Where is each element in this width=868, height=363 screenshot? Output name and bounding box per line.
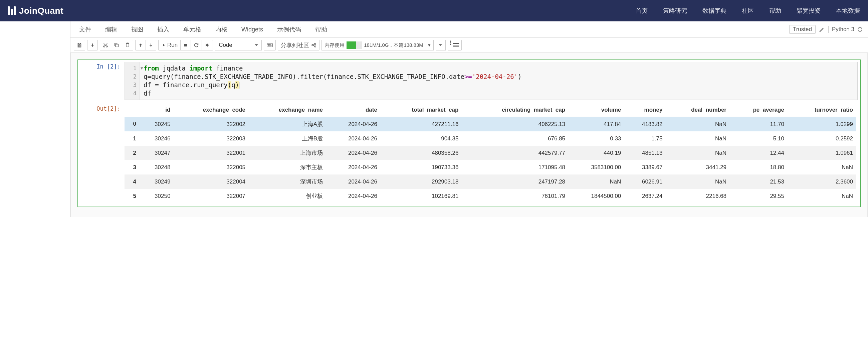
run-button[interactable]: Run: [158, 40, 181, 51]
col-pe_average: pe_average: [730, 103, 787, 117]
col-exchange_name: exchange_name: [249, 103, 326, 117]
row-index: 4: [125, 174, 140, 189]
cell: 427211.16: [380, 117, 462, 132]
menu-edit[interactable]: 编辑: [102, 23, 121, 35]
table-row: 130246322003上海B股2024-04-26904.35676.850.…: [125, 131, 856, 146]
col-exchange_code: exchange_code: [174, 103, 249, 117]
cell: 3583100.00: [568, 160, 624, 174]
cell: 322001: [174, 146, 249, 160]
output-area: idexchange_codeexchange_namedatetotal_ma…: [125, 102, 860, 206]
nav-data-dict[interactable]: 数据字典: [703, 7, 726, 15]
move-down-button[interactable]: [146, 40, 156, 51]
cell: 440.19: [568, 146, 624, 160]
code-text[interactable]: from jqdata import finance q=query(finan…: [140, 62, 857, 100]
paste-button[interactable]: [122, 40, 133, 51]
share-label: 分享到社区: [281, 41, 309, 49]
code-cell[interactable]: In [2]: 1 2 3 4 ▼ from jqdata import fin…: [78, 59, 861, 207]
cell: 247197.28: [462, 174, 568, 189]
toc-button[interactable]: [448, 40, 462, 51]
memory-usage[interactable]: 内存使用 181M/1.0G，本篇138.83M ▾: [321, 40, 434, 51]
cell: 3441.29: [666, 160, 730, 174]
nav-invest[interactable]: 聚宽投资: [797, 7, 820, 15]
edit-icon[interactable]: [819, 26, 825, 32]
svg-rect-3: [116, 44, 118, 47]
cell: 322004: [174, 174, 249, 189]
copy-button[interactable]: [111, 40, 122, 51]
cell: 2024-04-26: [326, 189, 380, 203]
menu-examples[interactable]: 示例代码: [274, 23, 305, 35]
nav-home[interactable]: 首页: [636, 7, 648, 15]
fold-icon[interactable]: ▼: [141, 64, 143, 73]
menu-kernel[interactable]: 内核: [212, 23, 231, 35]
cell: 406225.13: [462, 117, 568, 132]
col-circulating_market_cap: circulating_market_cap: [462, 103, 568, 117]
cell: 76101.79: [462, 189, 568, 203]
cell: 深市主板: [249, 160, 326, 174]
cell: 1844500.00: [568, 189, 624, 203]
cell-type-value: Code: [219, 42, 232, 49]
cell: NaN: [666, 117, 730, 132]
menu-cell[interactable]: 单元格: [180, 23, 205, 35]
command-palette-button[interactable]: [264, 40, 276, 51]
memory-text: 181M/1.0G，本篇138.83M: [364, 42, 423, 49]
brand[interactable]: JoinQuant: [8, 6, 63, 16]
nav-strategy[interactable]: 策略研究: [663, 7, 687, 15]
menu-widgets[interactable]: Widgets: [238, 24, 267, 35]
cell: 29.55: [730, 189, 787, 203]
svg-rect-0: [79, 46, 80, 47]
svg-point-12: [312, 45, 313, 46]
nav-local-data[interactable]: 本地数据: [836, 7, 860, 15]
code-editor[interactable]: 1 2 3 4 ▼ from jqdata import finance q=q…: [125, 62, 858, 100]
nav-help[interactable]: 帮助: [769, 7, 781, 15]
cell: 2.3600: [787, 174, 856, 189]
menubar: 文件 编辑 视图 插入 单元格 内核 Widgets 示例代码 帮助 Trust…: [70, 21, 868, 38]
cell: 30250: [140, 189, 174, 203]
cut-button[interactable]: [100, 40, 111, 51]
save-button[interactable]: [74, 40, 85, 51]
move-up-button[interactable]: [135, 40, 146, 51]
divider: [828, 26, 829, 33]
kernel-name[interactable]: Python 3: [832, 26, 854, 33]
cell-type-select[interactable]: Code: [215, 40, 262, 51]
cell: NaN: [787, 189, 856, 203]
cell: 0.33: [568, 131, 624, 146]
line-gutter: 1 2 3 4 ▼: [125, 62, 140, 100]
cell: 1.0961: [787, 146, 856, 160]
run-all-button[interactable]: [202, 40, 213, 51]
cell: 3389.67: [624, 160, 666, 174]
menu-file[interactable]: 文件: [76, 23, 94, 35]
menu-view[interactable]: 视图: [128, 23, 147, 35]
cell: NaN: [666, 146, 730, 160]
menu-help[interactable]: 帮助: [312, 23, 331, 35]
share-button[interactable]: 分享到社区: [278, 40, 319, 51]
table-row: 530250322007创业板2024-04-26102169.8176101.…: [125, 189, 856, 203]
col-id: id: [140, 103, 174, 117]
list-icon: [453, 42, 459, 48]
stop-button[interactable]: [180, 40, 191, 51]
cell: 30247: [140, 146, 174, 160]
svg-rect-9: [269, 44, 270, 45]
svg-point-14: [314, 46, 316, 47]
cell: 102169.81: [380, 189, 462, 203]
cell: 5.10: [730, 131, 787, 146]
svg-point-13: [314, 43, 316, 45]
jupyter-frame: 文件 编辑 视图 插入 单元格 内核 Widgets 示例代码 帮助 Trust…: [70, 21, 868, 217]
cell: NaN: [666, 174, 730, 189]
top-navbar: JoinQuant 首页 策略研究 数据字典 社区 帮助 聚宽投资 本地数据: [0, 0, 868, 21]
kernel-status-icon: [858, 27, 862, 32]
cell: 11.70: [730, 117, 787, 132]
nav-community[interactable]: 社区: [742, 7, 754, 15]
trusted-badge[interactable]: Trusted: [789, 25, 815, 34]
cell: NaN: [568, 174, 624, 189]
logo-icon: [8, 6, 16, 15]
svg-rect-8: [268, 44, 269, 45]
empty-select[interactable]: [436, 40, 446, 51]
menu-insert[interactable]: 插入: [154, 23, 173, 35]
cell: 21.53: [730, 174, 787, 189]
add-cell-button[interactable]: [87, 40, 98, 51]
cell: 2024-04-26: [326, 174, 380, 189]
cell: 171095.48: [462, 160, 568, 174]
cell: 2024-04-26: [326, 146, 380, 160]
restart-button[interactable]: [191, 40, 202, 51]
cell: 深圳市场: [249, 174, 326, 189]
